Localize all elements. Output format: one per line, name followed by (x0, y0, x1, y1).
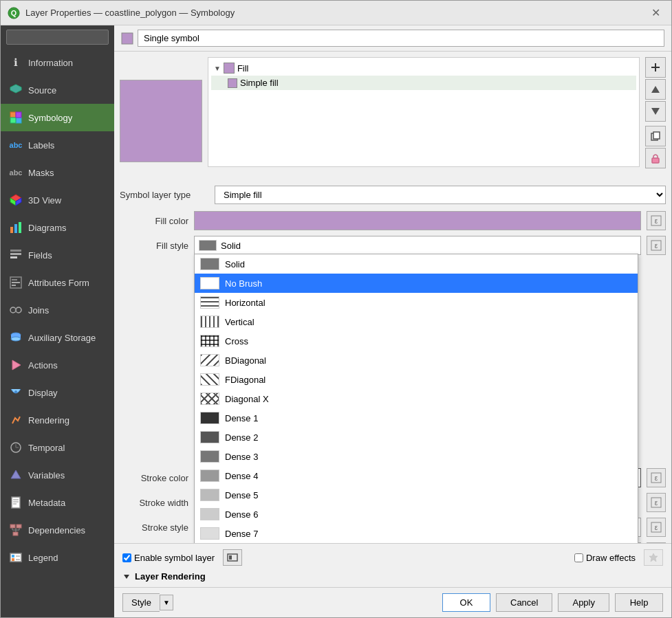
stroke-style-expr-button[interactable]: ε (647, 518, 666, 537)
svg-rect-35 (17, 525, 21, 528)
layer-rendering-row[interactable]: Layer Rendering (122, 571, 663, 582)
dropdown-item-fdiagonal[interactable]: FDiagonal (195, 370, 638, 389)
duplicate-button[interactable] (645, 126, 666, 146)
sidebar-item-dependencies[interactable]: Dependencies (1, 516, 114, 544)
sidebar-item-joins[interactable]: Joins (1, 296, 114, 324)
sidebar-item-metadata[interactable]: Metadata (1, 489, 114, 516)
tree-item-fill[interactable]: ▼ Fill (211, 60, 636, 76)
style-main-button[interactable]: Style (122, 593, 160, 612)
slt-dropdown[interactable]: Simple fill (215, 186, 666, 204)
svg-rect-12 (10, 250, 21, 252)
fill-style-dropdown[interactable]: Solid (194, 236, 641, 255)
auxiliary-storage-icon (9, 331, 23, 344)
sidebar-item-attributes-form[interactable]: Attributes Form (1, 269, 114, 296)
draw-effects-text: Draw effects (586, 553, 636, 563)
draw-effects-label[interactable]: Draw effects (574, 553, 636, 563)
dropdown-item-dense2[interactable]: Dense 2 (195, 428, 638, 447)
panel-body: ▼ Fill Simple fill (114, 52, 671, 543)
sidebar-item-legend[interactable]: Legend (1, 544, 114, 571)
sidebar-item-labels[interactable]: abc Labels (1, 131, 114, 159)
add-layer-button[interactable] (645, 57, 666, 78)
tree-arrow-fill: ▼ (214, 65, 221, 72)
sidebar-item-rendering[interactable]: Rendering (1, 406, 114, 434)
sidebar-item-information[interactable]: ℹ Information (1, 49, 114, 76)
ok-button[interactable]: OK (442, 593, 490, 612)
sidebar-item-fields[interactable]: Fields (1, 241, 114, 269)
dropdown-item-bdiagonal[interactable]: BDiagonal (195, 351, 638, 370)
sidebar-item-auxiliary-storage[interactable]: Auxiliary Storage (1, 324, 114, 351)
dropdown-item-dense1[interactable]: Dense 1 (195, 408, 638, 428)
search-input[interactable] (6, 30, 109, 45)
dropdown-item-dense5[interactable]: Dense 5 (195, 485, 638, 505)
join-style-expr-button[interactable]: ε (647, 542, 666, 543)
stroke-color-expr-button[interactable]: ε (647, 468, 666, 487)
dropdown-item-label: Dense 7 (225, 529, 258, 539)
apply-button[interactable]: Apply (558, 593, 609, 612)
svg-rect-5 (16, 112, 21, 118)
right-panel: Single symbol ▼ Fill (114, 25, 671, 617)
sidebar-item-temporal[interactable]: Temporal (1, 434, 114, 461)
sidebar-item-symbology[interactable]: Symbology (1, 104, 114, 131)
dropdown-item-cross[interactable]: Cross (195, 331, 638, 351)
sidebar-item-label: Legend (28, 553, 58, 563)
dropdown-item-label: Horizontal (225, 298, 265, 308)
svg-rect-34 (10, 525, 15, 528)
dropdown-item-dense4[interactable]: Dense 4 (195, 466, 638, 485)
style-arrow-button[interactable]: ▼ (160, 595, 173, 610)
sidebar-item-variables[interactable]: Variables (1, 461, 114, 489)
dependencies-icon (9, 523, 23, 537)
dropdown-item-dense7[interactable]: Dense 7 (195, 524, 638, 543)
app-icon: Q (8, 7, 20, 19)
sidebar-item-masks[interactable]: abc Masks (1, 159, 114, 186)
fill-color-control (194, 211, 641, 230)
svg-rect-14 (10, 256, 17, 258)
enable-symbol-layer-btn[interactable] (223, 549, 242, 566)
enable-symbol-layer-checkbox[interactable] (122, 553, 131, 562)
stroke-width-expr-button[interactable]: ε (647, 493, 666, 512)
svg-marker-70 (649, 553, 658, 562)
information-icon: ℹ (9, 56, 23, 69)
tree-item-simple-fill[interactable]: Simple fill (211, 76, 636, 90)
svg-text:ε: ε (655, 499, 658, 507)
fill-color-expr-button[interactable]: ε (647, 211, 666, 230)
source-icon (9, 83, 23, 97)
dropdown-item-label: Dense 5 (225, 490, 258, 500)
dropdown-item-dense6[interactable]: Dense 6 (195, 505, 638, 524)
cancel-button[interactable]: Cancel (496, 593, 552, 612)
move-up-button[interactable] (645, 79, 666, 100)
dropdown-item-diagonal-x[interactable]: Diagonal X (195, 389, 638, 408)
help-button[interactable]: Help (615, 593, 663, 612)
sidebar-item-3dview[interactable]: 3D View (1, 186, 114, 214)
sidebar: ℹ Information Source Symbology abc Label… (1, 25, 114, 617)
dropdown-item-horizontal[interactable]: Horizontal (195, 293, 638, 312)
dropdown-item-vertical[interactable]: Vertical (195, 312, 638, 331)
lock-button[interactable] (645, 148, 666, 168)
symbol-type-dropdown[interactable]: Single symbol (138, 30, 664, 47)
fill-style-control: Solid (194, 236, 641, 255)
title-bar-left: Q Layer Properties — coastline_polygon —… (8, 7, 235, 19)
sidebar-item-source[interactable]: Source (1, 76, 114, 104)
slt-label: Symbol layer type (120, 190, 209, 200)
sidebar-item-diagrams[interactable]: Diagrams (1, 214, 114, 241)
close-button[interactable]: ✕ (647, 5, 664, 21)
svg-marker-29 (11, 470, 21, 478)
draw-effects-star-button[interactable] (644, 549, 663, 566)
dropdown-item-no-brush[interactable]: No Brush (195, 274, 638, 293)
fill-style-expr-button[interactable]: ε (647, 236, 666, 255)
search-box (1, 25, 114, 49)
dropdown-item-dense3[interactable]: Dense 3 (195, 447, 638, 466)
stroke-color-label: Stroke color (120, 473, 188, 483)
legend-icon (9, 551, 23, 564)
sidebar-item-actions[interactable]: Actions (1, 351, 114, 379)
move-down-button[interactable] (645, 101, 666, 122)
fill-style-dropdown-list: Solid No Brush Horizontal Vertical (194, 254, 638, 543)
sidebar-item-display[interactable]: Display (1, 379, 114, 406)
dropdown-item-solid[interactable]: Solid (195, 254, 638, 274)
fill-color-bar[interactable] (194, 211, 641, 230)
draw-effects-checkbox[interactable] (574, 553, 583, 562)
enable-symbol-layer-label[interactable]: Enable symbol layer (122, 553, 215, 563)
footer: Style ▼ OK Cancel Apply Help (114, 587, 671, 617)
fill-style-label: Fill style (120, 241, 188, 251)
svg-rect-30 (12, 497, 20, 508)
dropdown-item-label: Dense 3 (225, 452, 258, 462)
